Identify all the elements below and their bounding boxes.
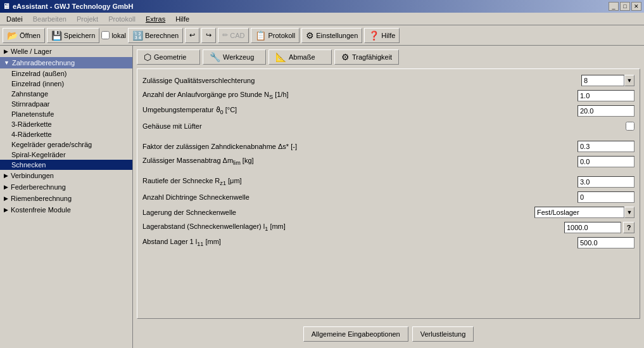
qualitaet-input[interactable] xyxy=(581,75,624,86)
local-checkbox-label[interactable]: lokal xyxy=(101,31,126,39)
form-row-anlauf: Anzahl der Anlaufvorgänge pro Stunde NS … xyxy=(142,89,635,102)
form-row-rautiefe: Rautiefe der Schnecke Rz1 [μm] xyxy=(142,176,635,188)
tab-geometrie-label: Geometrie xyxy=(154,53,186,61)
tab-abmasse[interactable]: 📐 Abmaße xyxy=(268,49,332,65)
minimize-button[interactable]: _ xyxy=(609,2,619,11)
sidebar-group-feder[interactable]: ▶ Federberechnung xyxy=(0,181,132,193)
local-checkbox[interactable] xyxy=(101,31,110,39)
sidebar-group-zahnrad-header[interactable]: ▼ Zahnradberechnung xyxy=(0,57,132,68)
sidebar-group-zahnrad-label: Zahnradberechnung xyxy=(12,59,75,67)
sidebar-item-planetenstufe[interactable]: Planetenstufe xyxy=(0,109,132,119)
rautiefe-input[interactable] xyxy=(578,176,635,188)
form-row-lagerabstand: Lagerabstand (Schneckenwellenlager) l1 [… xyxy=(142,221,635,234)
sidebar: ▶ Welle / Lager ▼ Zahnradberechnung Einz… xyxy=(0,46,133,348)
redo-button[interactable]: ↪ xyxy=(201,28,216,43)
chevron-right-icon-5: ▶ xyxy=(4,207,8,213)
luefter-checkbox[interactable] xyxy=(626,122,635,131)
undo-icon: ↩ xyxy=(189,31,195,39)
qualitaet-combo: ▼ xyxy=(581,75,635,86)
sidebar-group-welle[interactable]: ▶ Welle / Lager xyxy=(0,46,132,57)
zahndicke-input[interactable] xyxy=(578,141,635,152)
form-row-zahndicke: Faktor der zulässigen Zahndickenabnahme … xyxy=(142,140,635,153)
sidebar-item-einzelrad-innen[interactable]: Einzelrad (innen) xyxy=(0,79,132,89)
tab-tragfahigkeit[interactable]: ⚙ Tragfähigkeit xyxy=(334,49,399,65)
sidebar-item-3-raederkette[interactable]: 3-Räderkette xyxy=(0,119,132,129)
maximize-button[interactable]: □ xyxy=(620,2,630,11)
menu-extras[interactable]: Extras xyxy=(142,15,169,23)
open-label: Öffnen xyxy=(20,32,41,39)
sidebar-group-feder-label: Federberechnung xyxy=(11,183,66,191)
general-options-button[interactable]: Allgemeine Eingabeoptionen xyxy=(303,326,408,342)
menu-bearbeiten[interactable]: Bearbeiten xyxy=(29,15,70,23)
title-bar-text: eAssistant - GWJ Technology GmbH xyxy=(13,3,134,10)
protocol-label: Protokoll xyxy=(268,32,295,39)
calculate-label: Berechnen xyxy=(145,32,179,39)
lagerung-input[interactable] xyxy=(534,207,624,218)
form-row-luefter: Gehäuse mit Lüfter xyxy=(142,120,635,132)
save-button[interactable]: 💾 Speichern xyxy=(47,28,100,43)
separator-1 xyxy=(142,135,635,140)
calculate-icon: 🔢 xyxy=(132,30,143,41)
separator-2 xyxy=(142,171,635,176)
tab-werkzeug-label: Werkzeug xyxy=(223,53,254,61)
chevron-right-icon-3: ▶ xyxy=(4,184,8,190)
menu-protokoll[interactable]: Protokoll xyxy=(104,15,139,23)
menu-projekt[interactable]: Projekt xyxy=(73,15,102,23)
anlauf-input[interactable] xyxy=(578,90,635,101)
cad-icon: ✏ xyxy=(222,31,228,39)
lagerung-dropdown-btn[interactable]: ▼ xyxy=(624,207,635,218)
sidebar-item-einzelrad-aussen[interactable]: Einzelrad (außen) xyxy=(0,68,132,79)
menu-hilfe[interactable]: Hilfe xyxy=(172,15,193,23)
help-toolbar-button[interactable]: ❓ Hilfe xyxy=(364,28,400,43)
settings-button[interactable]: ⚙ Einstellungen xyxy=(301,28,362,43)
menu-datei[interactable]: Datei xyxy=(3,15,27,23)
lagerabstand-label: Lagerabstand (Schneckenwellenlager) l1 [… xyxy=(142,222,564,232)
abstand-lager-input[interactable] xyxy=(578,237,635,248)
sidebar-group-verbindungen[interactable]: ▶ Verbindungen xyxy=(0,170,132,181)
massenabtrag-input[interactable] xyxy=(578,156,635,167)
form-area: Zulässige Qualitätsverschlechterung ▼ An… xyxy=(137,68,640,319)
tab-werkzeug[interactable]: 🔧 Werkzeug xyxy=(203,49,266,65)
form-row-temp: Umgebungstemperatur ϑ0 [°C] xyxy=(142,105,635,117)
protocol-button[interactable]: 📋 Protokoll xyxy=(251,28,300,43)
sidebar-item-kegelraeder[interactable]: Kegelräder gerade/schräg xyxy=(0,139,132,150)
calculate-button[interactable]: 🔢 Berechnen xyxy=(128,28,183,43)
menu-bar: Datei Bearbeiten Projekt Protokoll Extra… xyxy=(0,13,644,25)
sidebar-group-riemen[interactable]: ▶ Riemenberechnung xyxy=(0,193,132,204)
open-button[interactable]: 📂 Öffnen xyxy=(3,28,45,43)
temp-input[interactable] xyxy=(578,105,635,117)
chevron-down-icon: ▼ xyxy=(4,60,9,66)
title-bar: 🖥 eAssistant - GWJ Technology GmbH _ □ ✕ xyxy=(0,0,644,13)
lagerabstand-help-button[interactable]: ? xyxy=(623,222,635,233)
werkzeug-icon: 🔧 xyxy=(210,52,220,62)
form-row-abstand-lager: Abstand Lager 1 l11 [mm] xyxy=(142,236,635,249)
sidebar-item-zahnstange[interactable]: Zahnstange xyxy=(0,89,132,99)
undo-button[interactable]: ↩ xyxy=(185,28,199,43)
sidebar-group-riemen-label: Riemenberechnung xyxy=(11,195,72,202)
lagerung-label: Lagerung der Schneckenwelle xyxy=(142,209,534,216)
sidebar-item-4-raederkette[interactable]: 4-Räderkette xyxy=(0,129,132,139)
lagerabstand-group: ? xyxy=(564,222,635,233)
content-area: ⬡ Geometrie 🔧 Werkzeug 📐 Abmaße ⚙ Tragfä… xyxy=(133,46,644,348)
window-controls[interactable]: _ □ ✕ xyxy=(609,2,641,11)
toolbar: 📂 Öffnen 💾 Speichern lokal 🔢 Berechnen ↩… xyxy=(0,25,644,46)
sidebar-item-stirnradpaar[interactable]: Stirnradpaar xyxy=(0,99,132,109)
tragfahigkeit-icon: ⚙ xyxy=(341,52,350,62)
tab-abmasse-label: Abmaße xyxy=(289,53,315,61)
tab-geometrie[interactable]: ⬡ Geometrie xyxy=(137,49,200,65)
abstand-lager-label: Abstand Lager 1 l11 [mm] xyxy=(142,238,578,247)
sidebar-item-spiral-kegelraeder[interactable]: Spiral-Kegelräder xyxy=(0,150,132,160)
loss-power-button[interactable]: Verlustleistung xyxy=(412,326,474,342)
luefter-label: Gehäuse mit Lüfter xyxy=(142,122,626,130)
form-row-qualitaet: Zulässige Qualitätsverschlechterung ▼ xyxy=(142,74,635,87)
close-button[interactable]: ✕ xyxy=(631,2,641,11)
sidebar-item-schnecken[interactable]: Schnecken xyxy=(0,160,132,170)
lagerabstand-input[interactable] xyxy=(564,222,621,233)
help-label: Hilfe xyxy=(381,32,395,39)
bottom-buttons: Allgemeine Eingabeoptionen Verlustleistu… xyxy=(137,323,640,344)
sidebar-group-kostenfreie[interactable]: ▶ Kostenfreie Module xyxy=(0,204,132,216)
dichtringe-input[interactable] xyxy=(578,191,635,203)
save-label: Speichern xyxy=(64,32,96,39)
qualitaet-dropdown-btn[interactable]: ▼ xyxy=(624,75,635,86)
cad-button[interactable]: ✏ CAD xyxy=(218,28,249,43)
